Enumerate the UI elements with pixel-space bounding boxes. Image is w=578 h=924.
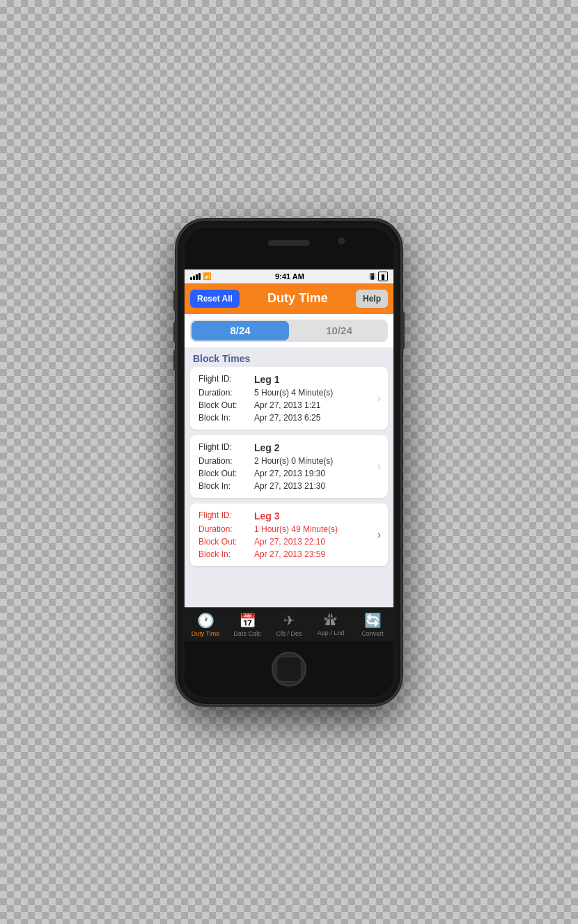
status-bar: 📶 9:41 AM 📳 ▮ [185,269,393,283]
segmented-control: 8/24 10/24 [190,320,388,342]
flight-id-row-3: Flight ID: Leg 3 [198,509,380,523]
help-button[interactable]: Help [356,290,388,308]
duration-row-1: Duration: 5 Hour(s) 4 Minute(s) [198,386,380,399]
flight-id-label-1: Flight ID: [198,374,254,385]
phone-device: 📶 9:41 AM 📳 ▮ Reset All Duty Time Help 8… [178,221,400,704]
block-out-label-2: Block Out: [198,469,254,478]
screen: 📶 9:41 AM 📳 ▮ Reset All Duty Time Help 8… [185,269,393,641]
clock-icon: 🕐 [197,612,214,629]
duration-value-3: 1 Hour(s) 49 Minute(s) [254,524,338,534]
segment-824[interactable]: 8/24 [192,321,289,340]
duration-row-3: Duration: 1 Hour(s) 49 Minute(s) [198,523,380,535]
duration-value-2: 2 Hour(s) 0 Minute(s) [254,456,333,466]
flight-id-label-2: Flight ID: [198,442,254,453]
block-in-row-2: Block In: Apr 27, 2013 21:30 [198,480,380,492]
block-out-row-3: Block Out: Apr 27, 2013 22:10 [198,535,380,548]
content-area: Block Times Flight ID: Leg 1 Duration: 5… [185,347,393,607]
home-button[interactable] [272,652,306,687]
tab-date-calc-label: Date Calc [233,630,261,637]
calculator-icon: 📅 [239,612,256,629]
speaker [268,240,310,246]
block-in-row-1: Block In: Apr 27, 2013 6:25 [198,412,380,424]
phone-screen-container: 📶 9:41 AM 📳 ▮ Reset All Duty Time Help 8… [185,228,393,697]
bluetooth-icon: 📳 [368,273,376,280]
block-in-label-3: Block In: [198,549,254,559]
road-icon: 🛣 [324,612,338,628]
block-out-row-2: Block Out: Apr 27, 2013 19:30 [198,467,380,480]
block-out-label-1: Block Out: [198,400,254,410]
flight-id-value-1: Leg 1 [254,374,280,385]
chevron-right-icon-1: › [377,392,381,405]
tab-bar: 🕐 Duty Time 📅 Date Calc ✈ Clb / Des 🛣 Ap… [185,607,393,641]
duration-label-1: Duration: [198,388,254,398]
plane-icon: ✈ [283,612,295,629]
block-out-row-1: Block Out: Apr 27, 2013 1:21 [198,399,380,412]
block-times-header: Block Times [185,347,393,367]
tab-date-calc[interactable]: 📅 Date Calc [226,609,268,640]
block-in-value-1: Apr 27, 2013 6:25 [254,413,320,423]
flight-id-row-1: Flight ID: Leg 1 [198,373,380,386]
tab-duty-time-label: Duty Time [192,630,220,637]
nav-title: Duty Time [267,291,328,306]
tab-duty-time[interactable]: 🕐 Duty Time [185,609,226,640]
block-out-value-2: Apr 27, 2013 19:30 [254,469,325,478]
nav-bar: Reset All Duty Time Help [185,283,393,314]
flight-card-3[interactable]: Flight ID: Leg 3 Duration: 1 Hour(s) 49 … [190,503,388,566]
block-in-value-2: Apr 27, 2013 21:30 [254,481,325,491]
signal-icon [190,273,201,280]
flight-id-row-2: Flight ID: Leg 2 [198,441,380,455]
block-out-label-3: Block Out: [198,537,254,547]
flight-card-1[interactable]: Flight ID: Leg 1 Duration: 5 Hour(s) 4 M… [190,367,388,430]
block-out-value-3: Apr 27, 2013 22:10 [254,537,325,547]
flight-id-value-2: Leg 2 [254,442,280,453]
tab-clb-des[interactable]: ✈ Clb / Des [268,609,310,640]
tab-app-lnd[interactable]: 🛣 App / Lnd [310,609,352,639]
duration-row-2: Duration: 2 Hour(s) 0 Minute(s) [198,455,380,467]
flight-id-label-3: Flight ID: [198,510,254,522]
camera [338,237,345,244]
bottom-bezel [185,641,393,697]
block-in-row-3: Block In: Apr 27, 2013 23:59 [198,548,380,561]
segment-1024[interactable]: 10/24 [290,320,388,342]
reset-all-button[interactable]: Reset All [190,290,240,308]
top-bezel [185,228,393,269]
block-in-value-3: Apr 27, 2013 23:59 [254,549,325,559]
status-left: 📶 [190,272,211,280]
battery-icon: ▮ [378,272,388,281]
block-out-value-1: Apr 27, 2013 1:21 [254,400,320,410]
status-right: 📳 ▮ [368,272,388,281]
tab-convert[interactable]: 🔄 Convert [352,609,393,640]
chevron-right-icon-2: › [377,460,381,473]
tab-app-lnd-label: App / Lnd [318,629,345,636]
status-time: 9:41 AM [275,272,304,281]
flight-id-value-3: Leg 3 [254,510,280,522]
tab-clb-des-label: Clb / Des [276,630,302,637]
home-button-inner [276,657,302,682]
convert-icon: 🔄 [364,612,382,629]
tab-convert-label: Convert [361,630,384,637]
duration-label-3: Duration: [198,524,254,534]
wifi-icon: 📶 [203,272,211,280]
block-in-label-1: Block In: [198,413,254,423]
duration-value-1: 5 Hour(s) 4 Minute(s) [254,388,333,398]
chevron-right-icon-3: › [377,528,381,541]
duration-label-2: Duration: [198,456,254,466]
flight-card-2[interactable]: Flight ID: Leg 2 Duration: 2 Hour(s) 0 M… [190,435,388,498]
block-in-label-2: Block In: [198,481,254,491]
